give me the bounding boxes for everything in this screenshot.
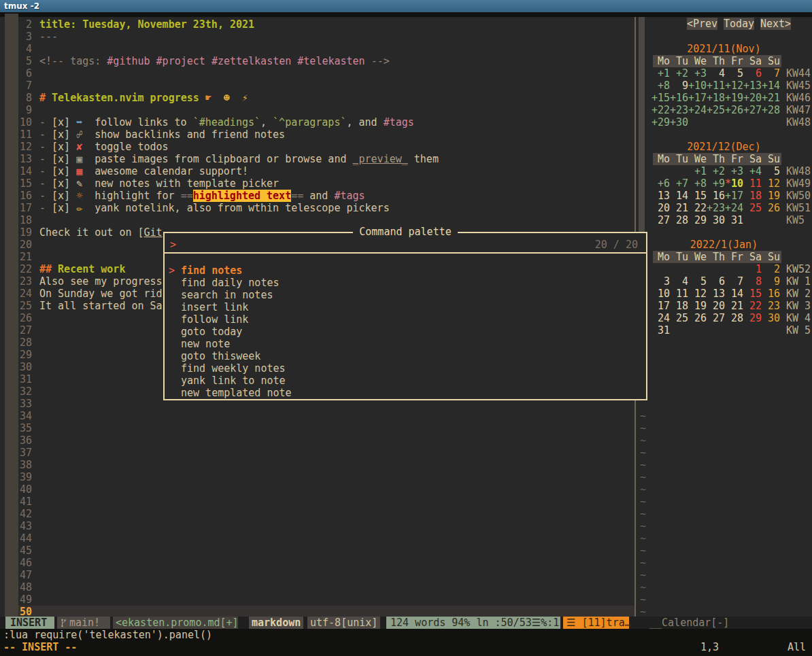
- day-cell[interactable]: +3: [725, 165, 743, 177]
- day-cell[interactable]: +9: [707, 177, 725, 190]
- day-cell[interactable]: 11: [670, 288, 688, 300]
- today-button[interactable]: Today: [724, 18, 754, 30]
- day-cell[interactable]: +12: [725, 80, 743, 92]
- day-cell[interactable]: +30: [670, 116, 688, 128]
- day-cell[interactable]: *10: [725, 177, 743, 190]
- terminal-scrollbar[interactable]: [5, 14, 18, 617]
- day-cell[interactable]: 14: [725, 288, 743, 300]
- day-cell[interactable]: 25: [743, 202, 762, 214]
- editor-line[interactable]: 18: [20, 214, 39, 226]
- day-cell[interactable]: +2: [707, 165, 725, 177]
- day-cell[interactable]: 29: [743, 312, 762, 324]
- day-cell[interactable]: 27: [652, 214, 670, 226]
- day-cell[interactable]: +14: [762, 80, 780, 92]
- editor-line[interactable]: 33: [20, 398, 39, 410]
- editor-line[interactable]: 17- [x] ✏yank notelink, also from wthin …: [20, 202, 390, 214]
- day-cell[interactable]: 15: [688, 190, 707, 202]
- editor-line[interactable]: 2title: Tuesday, November 23th, 2021: [20, 18, 254, 31]
- editor-line[interactable]: 39: [20, 471, 39, 483]
- day-cell[interactable]: 9: [762, 275, 780, 288]
- day-cell[interactable]: 19: [762, 190, 780, 202]
- day-cell[interactable]: 26: [762, 202, 780, 214]
- day-cell[interactable]: +17: [688, 92, 707, 104]
- day-cell[interactable]: +22: [652, 104, 670, 116]
- editor-line[interactable]: 46: [20, 557, 39, 569]
- day-cell[interactable]: 31: [725, 214, 743, 226]
- day-cell[interactable]: 5: [762, 165, 780, 177]
- day-cell[interactable]: +7: [670, 177, 688, 190]
- editor-line[interactable]: 24On Sunday we got rid: [20, 288, 163, 300]
- day-cell[interactable]: 22: [743, 300, 762, 312]
- editor-line[interactable]: 25It all started on Sa: [20, 300, 163, 312]
- day-cell[interactable]: 1: [743, 263, 762, 275]
- editor-line[interactable]: 14- [x] ▦awesome calendar support!: [20, 165, 248, 177]
- editor-line[interactable]: 23Also see my progress: [20, 275, 163, 288]
- palette-item[interactable]: new templated note: [165, 387, 646, 399]
- day-cell[interactable]: +11: [707, 80, 725, 92]
- day-cell[interactable]: 9: [670, 80, 688, 92]
- editor-line[interactable]: 30: [20, 361, 39, 373]
- day-cell[interactable]: 28: [670, 214, 688, 226]
- day-cell[interactable]: 15: [743, 288, 762, 300]
- day-cell[interactable]: 26: [688, 312, 707, 324]
- editor-line[interactable]: 28: [20, 336, 39, 349]
- next-button[interactable]: Next>: [760, 18, 791, 30]
- editor-line[interactable]: 22## Recent work: [20, 263, 125, 275]
- day-cell[interactable]: 30: [707, 214, 725, 226]
- day-cell[interactable]: 2: [762, 263, 780, 275]
- editor-line[interactable]: 6: [20, 67, 39, 80]
- day-cell[interactable]: +6: [652, 177, 670, 190]
- day-cell[interactable]: 18: [670, 300, 688, 312]
- palette-item[interactable]: yank link to note: [165, 375, 646, 387]
- day-cell[interactable]: +8: [688, 177, 707, 190]
- day-cell[interactable]: 10: [652, 288, 670, 300]
- editor-line[interactable]: 43: [20, 520, 39, 532]
- editor-line[interactable]: 15- [x] ✎new notes with template picker: [20, 177, 279, 190]
- day-cell[interactable]: +24: [725, 202, 743, 214]
- day-cell[interactable]: 31: [652, 324, 670, 336]
- day-cell[interactable]: +13: [743, 80, 762, 92]
- editor-line[interactable]: 48: [20, 581, 39, 593]
- editor-line[interactable]: 27: [20, 324, 39, 336]
- editor-line[interactable]: 19Check it out on [Git: [20, 226, 163, 239]
- day-cell[interactable]: 29: [688, 214, 707, 226]
- day-cell[interactable]: 24: [652, 312, 670, 324]
- editor-line[interactable]: 26: [20, 312, 39, 324]
- day-cell[interactable]: 12: [688, 288, 707, 300]
- palette-item[interactable]: follow link: [165, 313, 646, 326]
- day-cell[interactable]: +23: [670, 104, 688, 116]
- day-cell[interactable]: 4: [707, 67, 725, 80]
- day-cell[interactable]: +1: [652, 67, 670, 80]
- day-cell[interactable]: +26: [725, 104, 743, 116]
- day-cell[interactable]: +15: [652, 92, 670, 104]
- day-cell[interactable]: 6: [707, 275, 725, 288]
- day-cell[interactable]: 18: [743, 190, 762, 202]
- day-cell[interactable]: 20: [652, 202, 670, 214]
- day-cell[interactable]: +16: [670, 92, 688, 104]
- editor-line[interactable]: 38: [20, 459, 39, 471]
- editor-line[interactable]: 7: [20, 80, 39, 92]
- day-cell[interactable]: +4: [743, 165, 762, 177]
- editor-line[interactable]: 20: [20, 239, 39, 251]
- palette-item[interactable]: find weekly notes: [165, 362, 646, 375]
- day-cell[interactable]: 13: [652, 190, 670, 202]
- palette-item[interactable]: find daily notes: [165, 277, 646, 289]
- day-cell[interactable]: 12: [762, 177, 780, 190]
- palette-item[interactable]: goto today: [165, 326, 646, 338]
- editor-line[interactable]: 36: [20, 434, 39, 447]
- editor-line[interactable]: 42: [20, 508, 39, 520]
- day-cell[interactable]: 3: [652, 275, 670, 288]
- day-cell[interactable]: +29: [652, 116, 670, 128]
- day-cell[interactable]: 17: [652, 300, 670, 312]
- editor-line[interactable]: 31: [20, 373, 39, 385]
- editor-line[interactable]: 13- [x] ▣paste images from clipboard or …: [20, 153, 439, 165]
- day-cell[interactable]: 5: [688, 275, 707, 288]
- editor-line[interactable]: 35: [20, 422, 39, 434]
- editor-line[interactable]: 47: [20, 569, 39, 581]
- day-cell[interactable]: 28: [725, 312, 743, 324]
- editor-line[interactable]: 32: [20, 385, 39, 398]
- day-cell[interactable]: +23: [707, 202, 725, 214]
- day-cell[interactable]: 5: [725, 67, 743, 80]
- editor-line[interactable]: 44: [20, 532, 39, 545]
- day-cell[interactable]: +25: [707, 104, 725, 116]
